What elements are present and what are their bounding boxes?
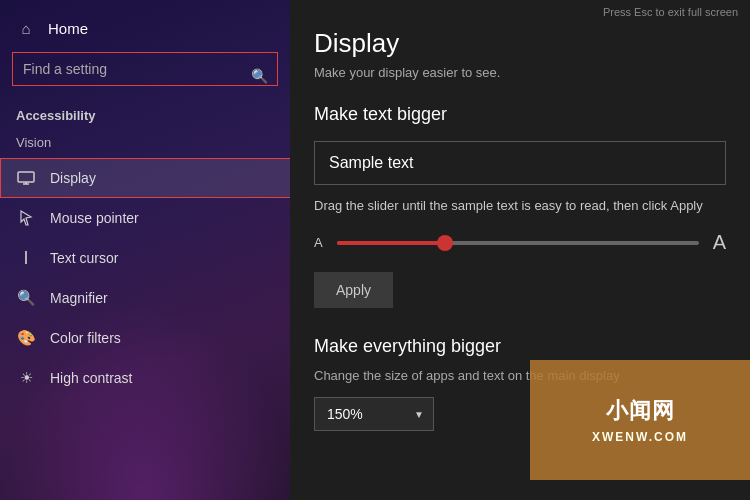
search-container: 🔍: [0, 52, 290, 100]
slider-fill: [337, 241, 446, 245]
sidebar: ⌂ Home 🔍 Accessibility Vision Display Mo…: [0, 0, 290, 500]
accessibility-label: Accessibility: [0, 100, 290, 131]
top-hint: Press Esc to exit full screen: [603, 6, 738, 18]
svg-rect-0: [18, 172, 34, 182]
page-subtitle: Make your display easier to see.: [314, 65, 726, 80]
mouse-pointer-icon: [16, 208, 36, 228]
search-input[interactable]: [12, 52, 278, 86]
sidebar-item-text-cursor[interactable]: I Text cursor: [0, 238, 290, 278]
sidebar-item-high-contrast[interactable]: ☀ High contrast: [0, 358, 290, 398]
high-contrast-icon: ☀: [16, 368, 36, 388]
sample-text-box: Sample text: [314, 141, 726, 185]
dropdown-wrapper: 100% 125% 150% 175% 200% ▼: [314, 397, 434, 431]
text-bigger-title: Make text bigger: [314, 104, 726, 125]
color-filters-icon: 🎨: [16, 328, 36, 348]
slider-min-label: A: [314, 235, 323, 250]
scale-dropdown[interactable]: 100% 125% 150% 175% 200%: [314, 397, 434, 431]
magnifier-icon: 🔍: [16, 288, 36, 308]
sidebar-colorfilters-label: Color filters: [50, 330, 121, 346]
slider-row: A A: [314, 231, 726, 254]
page-title: Display: [314, 28, 726, 59]
home-icon: ⌂: [16, 18, 36, 38]
vision-label: Vision: [0, 131, 290, 158]
everything-bigger-title: Make everything bigger: [314, 336, 726, 357]
sidebar-textcursor-label: Text cursor: [50, 250, 118, 266]
search-icon[interactable]: 🔍: [251, 68, 268, 84]
watermark-line2: XWENW.COM: [592, 430, 688, 444]
sidebar-item-home[interactable]: ⌂ Home: [0, 0, 290, 52]
text-cursor-icon: I: [16, 248, 36, 268]
apply-button[interactable]: Apply: [314, 272, 393, 308]
watermark-line1: 小闻网: [606, 396, 675, 426]
sidebar-mouse-label: Mouse pointer: [50, 210, 139, 226]
slider-max-label: A: [713, 231, 726, 254]
home-label: Home: [48, 20, 88, 37]
sidebar-highcontrast-label: High contrast: [50, 370, 132, 386]
sidebar-item-color-filters[interactable]: 🎨 Color filters: [0, 318, 290, 358]
slider-description: Drag the slider until the sample text is…: [314, 197, 726, 215]
main-content: Press Esc to exit full screen Display Ma…: [290, 0, 750, 500]
sidebar-display-label: Display: [50, 170, 96, 186]
sidebar-item-display[interactable]: Display: [0, 158, 290, 198]
slider-thumb[interactable]: [437, 235, 453, 251]
watermark-overlay: 小闻网 XWENW.COM: [530, 360, 750, 480]
display-icon: [16, 168, 36, 188]
sidebar-magnifier-label: Magnifier: [50, 290, 108, 306]
sidebar-item-magnifier[interactable]: 🔍 Magnifier: [0, 278, 290, 318]
sidebar-item-mouse-pointer[interactable]: Mouse pointer: [0, 198, 290, 238]
slider-track[interactable]: [337, 241, 699, 245]
